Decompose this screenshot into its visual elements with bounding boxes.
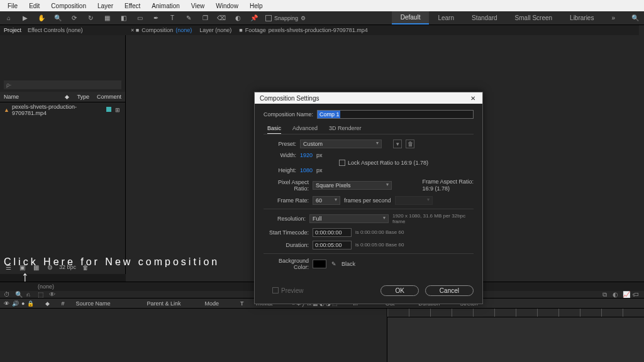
tab-advanced[interactable]: Advanced	[292, 125, 318, 134]
dialog-title-bar[interactable]: Composition Settings ✕	[255, 92, 482, 104]
start-tc-label: Start Timecode:	[264, 229, 309, 236]
comp-name-label: Composition Name:	[264, 111, 313, 118]
duration-input[interactable]	[313, 241, 352, 250]
cancel-button[interactable]: Cancel	[425, 285, 474, 296]
res-label: Resolution:	[264, 216, 306, 222]
width-value[interactable]: 1920	[300, 152, 313, 158]
preview-label: Preview	[281, 287, 304, 294]
par-label: Pixel Aspect Ratio:	[264, 179, 309, 192]
preset-label: Preset:	[264, 141, 296, 147]
bg-color-swatch[interactable]	[313, 260, 326, 268]
start-tc-note: is 0:00:00:00 Base 60	[355, 229, 404, 235]
delete-preset-icon[interactable]: 🗑	[406, 140, 414, 148]
eyedropper-icon[interactable]: ✎	[330, 260, 338, 268]
start-tc-input[interactable]	[313, 228, 352, 237]
lock-aspect-checkbox[interactable]	[339, 160, 345, 166]
frame-aspect-label: Frame Aspect Ratio:	[422, 178, 474, 185]
preview-checkbox	[272, 287, 279, 293]
width-label: Width:	[264, 152, 296, 158]
res-note: 1920 x 1080, 31.6 MB per 32bpc frame	[392, 213, 474, 224]
fps-unit: frames per second	[344, 197, 391, 204]
px-unit-2: px	[316, 167, 323, 173]
bg-color-label: Background Color:	[264, 258, 309, 270]
tab-3d-renderer[interactable]: 3D Renderer	[329, 125, 362, 134]
height-value[interactable]: 1080	[300, 167, 313, 173]
par-select[interactable]: Square Pixels	[313, 181, 392, 190]
px-unit: px	[316, 152, 323, 158]
save-preset-icon[interactable]: ▾	[393, 140, 402, 148]
dialog-backdrop: Composition Settings ✕ Composition Name:…	[0, 0, 644, 362]
settings-tabs: Basic Advanced 3D Renderer	[264, 125, 474, 134]
frame-aspect-value: 16:9 (1.78)	[422, 185, 450, 192]
fps-select[interactable]: 60	[313, 196, 340, 205]
fps-label: Frame Rate:	[264, 197, 309, 204]
dialog-close-button[interactable]: ✕	[469, 94, 477, 102]
height-label: Height:	[264, 167, 296, 173]
duration-note: is 0:00:05:00 Base 60	[355, 242, 404, 248]
ok-button[interactable]: OK	[380, 285, 418, 296]
comp-name-input[interactable]	[317, 110, 474, 119]
composition-settings-dialog: Composition Settings ✕ Composition Name:…	[254, 92, 483, 304]
preset-select[interactable]: Custom	[300, 140, 382, 148]
lock-aspect-label: Lock Aspect Ratio to 16:9 (1.78)	[348, 160, 428, 166]
bg-color-name: Black	[341, 261, 355, 267]
dropframe-select	[395, 196, 433, 205]
duration-label: Duration:	[264, 242, 309, 248]
tab-basic[interactable]: Basic	[267, 125, 281, 134]
res-select[interactable]: Full	[309, 214, 389, 223]
dialog-title: Composition Settings	[260, 95, 319, 102]
